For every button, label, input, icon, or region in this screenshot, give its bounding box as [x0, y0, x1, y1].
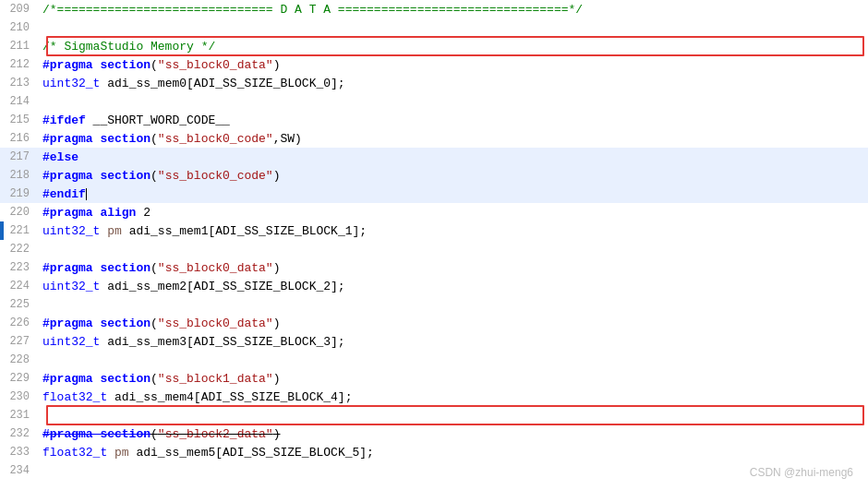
line-number: 231	[0, 409, 39, 422]
code-line: 215#ifdef __SHORT_WORD_CODE__	[0, 111, 868, 129]
line-number: 234	[0, 464, 39, 477]
code-editor: 209/*============================== D A …	[0, 0, 868, 490]
code-line: 214	[0, 92, 868, 111]
line-number: 216	[0, 132, 39, 145]
code-line: 227uint32_t adi_ss_mem3[ADI_SS_SIZE_BLOC…	[0, 332, 868, 351]
blue-indicator	[0, 221, 4, 240]
line-number: 220	[0, 206, 39, 219]
line-number: 225	[0, 298, 39, 311]
code-line: 220#pragma align 2	[0, 203, 868, 221]
line-number: 210	[0, 21, 39, 34]
line-number: 215	[0, 114, 39, 126]
line-content: #ifdef __SHORT_WORD_CODE__	[39, 114, 868, 127]
code-line: 211/* SigmaStudio Memory */	[0, 37, 868, 55]
code-line: 229#pragma section("ss_block1_data")	[0, 369, 868, 388]
line-number: 212	[0, 58, 39, 71]
line-content: #pragma section("ss_block0_data")	[39, 261, 868, 275]
line-number: 232	[0, 427, 39, 440]
code-line: 230float32_t adi_ss_mem4[ADI_SS_SIZE_BLO…	[0, 388, 868, 406]
line-number: 226	[0, 317, 39, 329]
code-line: 217#else	[0, 148, 868, 166]
line-number: 224	[0, 280, 39, 293]
watermark: CSDN @zhui-meng6	[750, 466, 853, 479]
line-content: float32_t adi_ss_mem4[ADI_SS_SIZE_BLOCK_…	[39, 390, 868, 404]
line-content: #pragma section("ss_block1_data")	[39, 372, 868, 386]
code-lines: 209/*============================== D A …	[0, 0, 868, 480]
code-line: 234	[0, 461, 868, 480]
code-line: 232#pragma section("ss_block2_data")	[0, 424, 868, 443]
code-line: 210	[0, 18, 868, 37]
code-line: 231	[0, 406, 868, 424]
line-content: #pragma section("ss_block0_code",SW)	[39, 132, 868, 146]
line-content: uint32_t pm adi_ss_mem1[ADI_SS_SIZE_BLOC…	[39, 224, 868, 238]
line-number: 228	[0, 353, 39, 366]
code-line: 212#pragma section("ss_block0_data")	[0, 55, 868, 74]
line-content: #pragma section("ss_block0_code")	[39, 169, 868, 183]
code-line: 216#pragma section("ss_block0_code",SW)	[0, 129, 868, 148]
line-number: 219	[0, 187, 39, 200]
line-number: 217	[0, 150, 39, 163]
code-line: 223#pragma section("ss_block0_data")	[0, 258, 868, 277]
code-line: 224uint32_t adi_ss_mem2[ADI_SS_SIZE_BLOC…	[0, 277, 868, 295]
line-content: #pragma section("ss_block0_data")	[39, 58, 868, 72]
line-number: 218	[0, 169, 39, 182]
line-content: uint32_t adi_ss_mem3[ADI_SS_SIZE_BLOCK_3…	[39, 335, 868, 349]
code-line: 221uint32_t pm adi_ss_mem1[ADI_SS_SIZE_B…	[0, 221, 868, 240]
line-number: 214	[0, 95, 39, 108]
line-content: /* SigmaStudio Memory */	[39, 40, 868, 54]
code-line: 222	[0, 240, 868, 258]
line-content: #else	[39, 150, 868, 164]
code-line: 233float32_t pm adi_ss_mem5[ADI_SS_SIZE_…	[0, 443, 868, 461]
line-content: uint32_t adi_ss_mem2[ADI_SS_SIZE_BLOCK_2…	[39, 280, 868, 293]
code-line: 225	[0, 295, 868, 314]
line-content: #pragma section("ss_block2_data")	[39, 427, 868, 441]
line-number: 221	[0, 224, 39, 237]
line-number: 209	[0, 3, 39, 16]
line-content: #pragma section("ss_block0_data")	[39, 317, 868, 330]
code-line: 213uint32_t adi_ss_mem0[ADI_SS_SIZE_BLOC…	[0, 74, 868, 92]
line-content: float32_t pm adi_ss_mem5[ADI_SS_SIZE_BLO…	[39, 446, 868, 460]
code-line: 226#pragma section("ss_block0_data")	[0, 314, 868, 332]
line-number: 233	[0, 446, 39, 459]
line-number: 229	[0, 372, 39, 385]
line-number: 230	[0, 390, 39, 403]
code-line: 209/*============================== D A …	[0, 0, 868, 18]
line-number: 211	[0, 40, 39, 53]
line-content: /*============================== D A T A…	[39, 3, 868, 17]
code-line: 218#pragma section("ss_block0_code")	[0, 166, 868, 185]
line-content: uint32_t adi_ss_mem0[ADI_SS_SIZE_BLOCK_0…	[39, 77, 868, 90]
code-line: 228	[0, 351, 868, 369]
line-number: 222	[0, 243, 39, 256]
line-content: #pragma align 2	[39, 206, 868, 220]
code-line: 219#endif	[0, 185, 868, 203]
line-number: 223	[0, 261, 39, 274]
line-number: 227	[0, 335, 39, 348]
line-number: 213	[0, 77, 39, 90]
line-content: #endif	[39, 187, 868, 201]
